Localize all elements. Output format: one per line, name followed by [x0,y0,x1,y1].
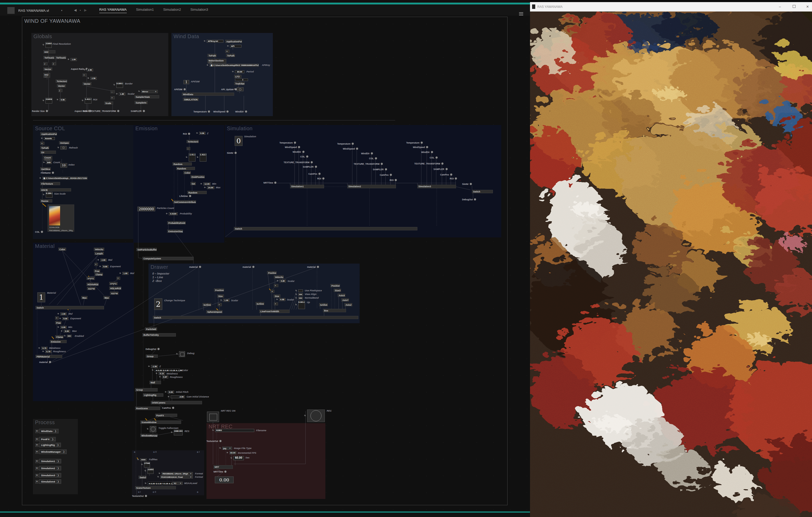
node-buffertoentity[interactable]: BufferToEntity [142,333,176,336]
pin-dot[interactable] [435,156,438,159]
radio-pin[interactable] [138,90,140,92]
radio-pin[interactable] [168,396,169,397]
flagbtn-simulation3[interactable]: ⚑Simulation3❯ [39,473,61,478]
node-color[interactable]: Color [58,248,66,251]
node-samplerstate[interactable]: SamplerState [135,95,159,98]
radio-pin[interactable] [158,472,160,474]
node-set[interactable]: Set [191,182,196,185]
node-item[interactable]: * [117,277,120,280]
radio-pin[interactable] [145,483,146,484]
node-postfx[interactable]: PostFX [155,414,177,417]
node-position[interactable]: Position [267,271,277,274]
node-applicationpath[interactable]: ApplicationPath [40,132,57,135]
flag-icon[interactable]: ⚑ [35,450,39,454]
pin-dot[interactable] [41,230,43,233]
circlebtn-item[interactable] [237,87,243,91]
pin-dot[interactable] [318,172,321,175]
node-setcommonattributes[interactable]: SetCommonAttributes [173,200,196,203]
dropdown-mirror[interactable]: Mirror▼ [141,90,158,93]
flag-icon[interactable]: ⚑ [35,460,39,463]
node-topath[interactable]: ToPath [207,54,216,57]
pin-dot[interactable] [431,151,433,153]
value-24-00[interactable]: 24.00 [207,186,214,189]
pin-dot[interactable] [315,166,317,168]
circlebtn-item[interactable] [150,426,156,432]
radio-pin[interactable] [171,432,172,433]
pin-dot[interactable] [172,407,174,409]
radio-pin[interactable] [148,365,149,367]
node-item[interactable]: - [111,90,115,93]
node-pow[interactable]: Pow [55,321,61,324]
radio-pin[interactable] [276,299,278,300]
flagbtn-lightingrig[interactable]: ⚑LightingRig❯ [39,443,61,447]
pin-dot[interactable] [450,173,453,176]
radio-pin[interactable] [277,280,278,281]
dropdown-r16g16b16a16-float[interactable]: R16G16B16A16_Float▼ [160,475,193,479]
pin-dot[interactable] [351,142,354,145]
back-arrow-icon[interactable]: ◀ [74,8,77,12]
flag-icon[interactable]: ⚑ [35,474,39,477]
node-item[interactable]: * [55,317,59,320]
chevron-right-icon[interactable]: ❯ [62,450,66,453]
chevron-right-icon[interactable]: ❯ [56,467,60,470]
value-1-00[interactable]: 1.00 [122,272,128,275]
render-viewport[interactable] [530,11,812,517]
node-windowmanager[interactable]: WindowManager [140,434,157,437]
node-particleid[interactable]: ParticleId [145,327,157,330]
node-topath[interactable]: ToPath [40,146,49,149]
tab-simulation1[interactable]: Simulation1 [136,7,154,13]
dropdown-r8g8b8a8-unorm-srgb[interactable]: R8G8B8A8_UNorm_SRgb▼ [162,472,193,475]
radio-pin[interactable] [204,40,205,42]
node-item[interactable]: * [274,302,278,305]
tab-simulation2[interactable]: Simulation2 [163,7,181,13]
radio-pin[interactable] [43,194,44,195]
pin-dot[interactable] [219,440,222,442]
node-lfo[interactable]: LFO [234,75,241,78]
node-position[interactable]: Position [330,284,340,287]
radio-pin[interactable] [207,64,208,66]
radio-pin[interactable] [147,428,148,429]
value-2160[interactable]: 21603840 [46,98,52,104]
flagbtn-simulation2[interactable]: ⚑Simulation2❯ [39,466,61,470]
radio-pin[interactable] [304,415,306,416]
radio-pin[interactable] [82,100,83,101]
bignum-1[interactable]: 1 [183,80,189,84]
radio-pin[interactable] [197,156,198,158]
node-rootscene[interactable]: RootScene [135,407,160,410]
node-axisx[interactable]: AxisX [338,294,345,297]
value-0-00[interactable]: 0.00 [60,326,67,329]
radio-pin[interactable] [204,187,205,188]
node-item[interactable]: * [94,263,98,266]
node-vector[interactable]: Vector [44,67,52,71]
node-item[interactable]: * [83,74,87,77]
pin-dot[interactable] [294,141,296,144]
radio-pin[interactable] [145,470,146,471]
node-box[interactable]: Box [323,309,346,312]
flag-icon[interactable]: ⚑ [35,438,39,441]
value-1-00[interactable]: 1.00 [223,299,229,302]
radio-pin[interactable] [165,391,166,392]
node-item[interactable]: + [225,50,229,53]
value-1-00[interactable]: 1.00 [70,58,77,61]
circlebtn-item[interactable] [307,410,325,422]
node-winddata[interactable]: WindData [182,92,234,96]
value-60-00[interactable]: 60.00 [235,70,244,73]
pin-dot[interactable] [189,195,191,197]
radio-pin[interactable] [295,304,297,305]
radio-pin[interactable] [43,162,45,163]
node-simulation2[interactable]: Simulation2 [347,185,396,188]
node-vector[interactable]: Vector [57,84,66,87]
node-item[interactable]: * [111,96,115,99]
pin-dot[interactable] [420,141,423,144]
node-size[interactable]: Size [273,295,281,298]
radio-pin[interactable] [68,59,69,60]
pin-dot[interactable] [52,171,54,174]
value-1-41[interactable]: -1.41-2.50-0.06 [189,153,196,162]
radio-pin[interactable] [231,457,232,458]
circlebtn-item[interactable] [60,146,67,149]
node-linefromtowidth[interactable]: LineFromToWidth [259,309,290,313]
node-item[interactable]: + [40,142,45,145]
node-group[interactable]: Group [135,388,157,391]
radio-pin[interactable] [88,77,89,79]
radio-pin[interactable] [176,353,177,354]
